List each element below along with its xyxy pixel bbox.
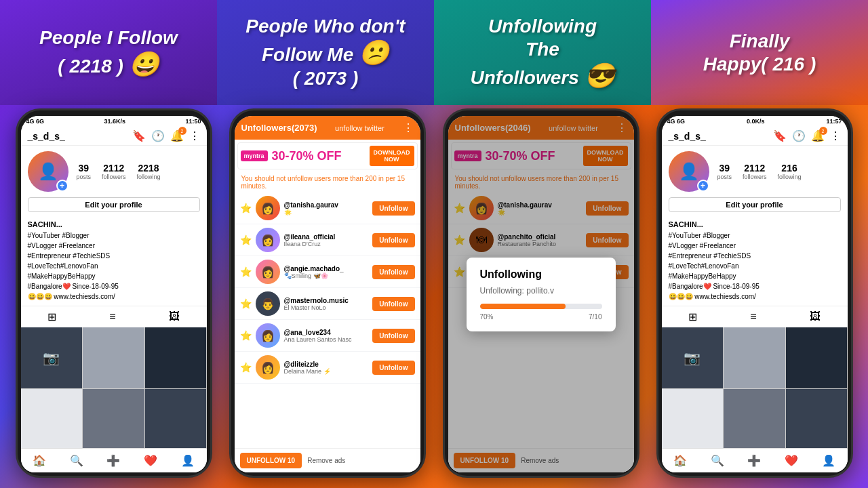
phone4-list-tab-icon[interactable]: ≡ <box>750 310 756 323</box>
phone1-posts-stat: 39 posts <box>77 163 92 180</box>
phone1-status-bar: 4G 6G 31.6K/s 11:50 <box>21 116 207 127</box>
search-nav-icon[interactable]: 🔍 <box>70 454 83 467</box>
phone-3: Unfollowers(2046) unfollow twitter ⋮ myn… <box>443 108 639 478</box>
user-name-4: El Master NoLo <box>284 304 369 311</box>
phone4-profile-row: 👤 + 39 posts 2112 followers <box>669 151 841 192</box>
phone1-followers-label: followers <box>102 174 126 180</box>
phone2-bottom-actions: UNFOLLOW 10 Remove ads <box>235 448 420 472</box>
user-name-2: Ileana D'Cruz <box>284 241 369 247</box>
phone4-notification-icon[interactable]: 🔔 2 <box>811 129 825 142</box>
phone-1: 4G 6G 31.6K/s 11:50 _s_d_s_ 🔖 🕐 🔔 <box>16 108 212 478</box>
grid-cell-1: 📷 <box>21 327 83 389</box>
phone1-profile-row: 👤 + 39 posts 2112 followers <box>28 151 200 192</box>
phone4-add-story[interactable]: + <box>697 180 709 192</box>
phone1-speed: 31.6K/s <box>104 118 125 125</box>
dialog-title: Unfollowing <box>480 268 602 281</box>
phones-row: 4G 6G 31.6K/s 11:50 _s_d_s_ 🔖 🕐 🔔 <box>0 105 868 488</box>
phone4-status-left: 4G 6G <box>667 118 686 125</box>
banner-text-3c: Unfollowers 😎 <box>470 61 614 90</box>
phone-1-screen: 4G 6G 31.6K/s 11:50 _s_d_s_ 🔖 🕐 🔔 <box>21 116 207 472</box>
phone2-menu-icon[interactable]: ⋮ <box>403 121 414 134</box>
notif-badge: 2 <box>178 127 186 135</box>
user-name-3: 🐾Smiling 🦋🌸 <box>284 272 369 279</box>
user-info-3: @angie.machado_ 🐾Smiling 🦋🌸 <box>284 265 369 279</box>
add-nav-icon[interactable]: ➕ <box>106 454 120 467</box>
phone4-avatar-wrap: 👤 + <box>669 151 709 192</box>
star-icon-2: ⭐ <box>240 235 252 245</box>
user-name-5: Ana Lauren Santos Nasc <box>284 336 369 343</box>
heart-nav-icon[interactable]: ❤️ <box>144 454 157 467</box>
phone1-add-story[interactable]: + <box>56 180 68 192</box>
phone2-user-list: ⭐ 👩 @tanisha.gaurav 🌟 Unfollow ⭐ 👩 @ilea… <box>235 192 420 448</box>
user-avatar-6: 👩 <box>256 355 280 380</box>
notification-icon[interactable]: 🔔 2 <box>170 129 184 142</box>
unfollow-btn-6[interactable]: Unfollow <box>372 361 414 375</box>
phone4-bottom-nav: 🏠 🔍 ➕ ❤️ 👤 <box>662 448 848 472</box>
menu-icon[interactable]: ⋮ <box>189 129 200 142</box>
phone4-stats: 39 posts 2112 followers 216 following <box>717 163 841 180</box>
unfollow-btn-5[interactable]: Unfollow <box>372 329 414 343</box>
grid-cell-5 <box>83 389 144 448</box>
phone4-history-icon[interactable]: 🕐 <box>792 129 806 142</box>
phone4-heart-nav-icon[interactable]: ❤️ <box>785 454 798 467</box>
grid-tab-icon[interactable]: ⊞ <box>47 310 56 323</box>
phone1-stats: 39 posts 2112 followers 2218 following <box>77 163 200 180</box>
phone4-followers-stat: 2112 followers <box>743 163 767 180</box>
phone2-remove-ads[interactable]: Remove ads <box>307 457 345 464</box>
phone1-topbar: _s_d_s_ 🔖 🕐 🔔 2 ⋮ <box>21 127 207 146</box>
unfollow-btn-3[interactable]: Unfollow <box>372 265 414 279</box>
user-name-6: Delaina Marie ⚡ <box>284 368 369 375</box>
phone3-dialog-overlay: Unfollowing Unfollowing: pollito.v 70% 7… <box>448 116 634 472</box>
list-item: ⭐ 👩 @ana_love234 Ana Lauren Santos Nasc … <box>235 320 420 352</box>
phone4-grid-tab-icon[interactable]: ⊞ <box>688 310 697 323</box>
phone4-photo-tab-icon[interactable]: 🖼 <box>810 310 821 323</box>
user-info-6: @dliteizzle Delaina Marie ⚡ <box>284 361 369 375</box>
profile-nav-icon[interactable]: 👤 <box>181 454 195 467</box>
phone4-bio-lines: #YouTuber #Blogger#VLogger #Freelancer#E… <box>669 230 841 302</box>
phone1-posts-num: 39 <box>78 163 89 174</box>
unfollow-btn-2[interactable]: Unfollow <box>372 233 414 247</box>
phone1-followers-num: 2112 <box>103 163 124 174</box>
phone1-posts-label: posts <box>77 174 92 180</box>
phone1-tab-bar: ⊞ ≡ 🖼 <box>21 306 207 327</box>
phone2-header-title: Unfollowers(2073) <box>241 123 317 133</box>
bookmark-icon[interactable]: 🔖 <box>132 129 146 142</box>
phone2-unfollow-twitter-btn[interactable]: unfollow twitter <box>335 124 384 132</box>
phone4-signal: 4G 6G <box>667 118 686 125</box>
history-icon[interactable]: 🕐 <box>151 129 165 142</box>
phone4-bookmark-icon[interactable]: 🔖 <box>773 129 787 142</box>
dialog-subtitle: Unfollowing: pollito.v <box>480 286 602 296</box>
phone2-download-btn[interactable]: DOWNLOADNOW <box>370 146 414 166</box>
phone1-avatar-wrap: 👤 + <box>28 151 68 192</box>
phone4-following-num: 216 <box>781 163 797 174</box>
star-icon-1: ⭐ <box>240 203 252 214</box>
list-tab-icon[interactable]: ≡ <box>109 310 115 323</box>
banner-text-4b: Happy( 216 ) <box>703 53 816 76</box>
phone1-bottom-nav: 🏠 🔍 ➕ ❤️ 👤 <box>21 448 207 472</box>
phone4-edit-profile-btn[interactable]: Edit your profile <box>669 197 841 212</box>
home-nav-icon[interactable]: 🏠 <box>33 454 46 467</box>
user-info-2: @ileana_official Ileana D'Cruz <box>284 233 369 247</box>
list-item: ⭐ 👩 @dliteizzle Delaina Marie ⚡ Unfollow <box>235 352 420 384</box>
phone1-followers-stat: 2112 followers <box>102 163 126 180</box>
unfollow-btn-4[interactable]: Unfollow <box>372 297 414 311</box>
phone1-edit-profile-btn[interactable]: Edit your profile <box>28 197 200 212</box>
phone4-home-nav-icon[interactable]: 🏠 <box>673 454 687 467</box>
phone2-unfollow-all-btn[interactable]: UNFOLLOW 10 <box>240 453 302 468</box>
phone4-tab-bar: ⊞ ≡ 🖼 <box>662 306 848 327</box>
user-handle-3: @angie.machado_ <box>284 265 369 272</box>
unfollow-btn-1[interactable]: Unfollow <box>372 201 414 216</box>
banner-section-2: People Who don't Follow Me 😕 ( 2073 ) <box>217 0 434 105</box>
phone1-icons: 🔖 🕐 🔔 2 ⋮ <box>132 129 200 142</box>
phone4-menu-icon[interactable]: ⋮ <box>830 129 841 142</box>
phone2-ad-discount: 30-70% OFF <box>272 149 366 163</box>
phone4-notif-badge: 2 <box>819 127 827 135</box>
phone4-add-nav-icon[interactable]: ➕ <box>747 454 761 467</box>
phone4-grid-cell-4 <box>662 389 724 448</box>
phone4-followers-label: followers <box>743 174 767 180</box>
phone4-search-nav-icon[interactable]: 🔍 <box>711 454 724 467</box>
phone3-dialog: Unfollowing Unfollowing: pollito.v 70% 7… <box>467 258 616 331</box>
phone4-topbar: _s_d_s_ 🔖 🕐 🔔 2 ⋮ <box>662 127 848 146</box>
phone4-profile-nav-icon[interactable]: 👤 <box>822 454 835 467</box>
photo-tab-icon[interactable]: 🖼 <box>169 310 180 323</box>
